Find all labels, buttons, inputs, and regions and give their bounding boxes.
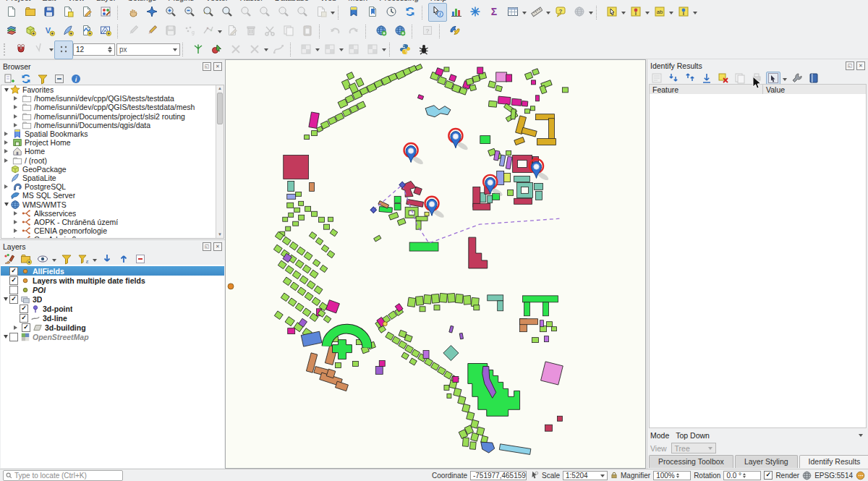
pan-map-button[interactable] <box>124 3 142 22</box>
layer-visibility-checkbox[interactable]: ✓ <box>9 276 18 285</box>
layer-item[interactable]: OpenStreetMap <box>1 332 224 341</box>
mesh-edit-button[interactable] <box>320 41 339 59</box>
layer-item[interactable]: ✓ 3d-building <box>1 323 224 332</box>
open-project-button[interactable] <box>21 3 40 22</box>
float-panel-icon[interactable]: ◱ <box>203 62 211 71</box>
browser-item[interactable]: Home <box>1 147 224 156</box>
browser-item[interactable]: Favorites <box>1 85 224 94</box>
manage-plugins-button[interactable] <box>446 22 464 41</box>
pan-to-selection-button[interactable] <box>142 3 161 22</box>
mesh-calculator-button[interactable] <box>297 41 315 59</box>
current-edits-button[interactable] <box>124 22 142 41</box>
menu-database[interactable]: Database <box>275 0 309 2</box>
lock-scale-icon[interactable] <box>610 471 618 480</box>
snapping-tolerance-spinbox[interactable]: 12 <box>73 43 115 56</box>
map-canvas[interactable] <box>225 59 646 469</box>
save-project-button[interactable] <box>40 3 59 22</box>
delete-selected-button[interactable] <box>242 22 260 41</box>
spin-arrows-icon[interactable] <box>743 472 746 480</box>
crs-status[interactable]: EPSG:5514 <box>814 472 853 480</box>
scale-combobox[interactable]: 1:5204 <box>563 471 608 480</box>
new-project-button[interactable] <box>2 3 21 22</box>
layer-visibility-checkbox[interactable] <box>9 286 18 294</box>
layer-visibility-checkbox[interactable] <box>9 333 18 341</box>
cut-features-button[interactable] <box>260 22 279 41</box>
python-console-button[interactable] <box>396 41 414 59</box>
tab-identify-results[interactable]: Identify Results <box>799 455 868 468</box>
float-panel-icon[interactable]: ◱ <box>846 61 854 70</box>
show-spatial-bookmarks-button[interactable] <box>363 3 382 22</box>
snapping-options-button[interactable] <box>30 41 49 59</box>
label-text-dropdown[interactable] <box>668 4 674 21</box>
menu-project[interactable]: Project <box>6 0 30 2</box>
stream-digitizing-button[interactable] <box>269 41 288 59</box>
add-wcs-layer-button[interactable] <box>391 22 409 41</box>
menu-view[interactable]: View <box>67 0 85 2</box>
spin-arrows-icon[interactable] <box>676 472 679 480</box>
paste-features-button[interactable] <box>298 22 317 41</box>
show-statistics-button[interactable]: Σ <box>485 3 503 22</box>
browser-item[interactable]: / (root) <box>1 156 224 165</box>
float-panel-icon[interactable]: ◱ <box>203 242 211 251</box>
browser-item[interactable]: SpatiaLite <box>1 174 224 182</box>
annotations-button[interactable] <box>570 3 589 22</box>
tab-processing-toolbox[interactable]: Processing Toolbox <box>649 455 733 468</box>
menu-layer[interactable]: Layer <box>96 0 116 2</box>
layer-item[interactable]: ✓ AllFields <box>1 266 224 276</box>
disable-tool-2-button[interactable] <box>245 41 264 59</box>
browser-scrollbar[interactable]: ▲ ▼ <box>216 85 224 238</box>
browser-item[interactable]: /home/isunni/Documents/qgis/data <box>1 121 224 129</box>
label-highlight-dropdown[interactable] <box>620 4 626 21</box>
browser-item[interactable]: Alksservices <box>1 209 224 218</box>
rotation-spinbox[interactable]: 0.0 ° <box>723 471 761 480</box>
zoom-out-button[interactable] <box>180 3 199 22</box>
modify-attributes-button[interactable] <box>223 22 242 41</box>
toolbar-grip[interactable] <box>4 43 9 56</box>
browser-item[interactable]: PostgreSQL <box>1 182 224 191</box>
menu-processing[interactable]: Processing <box>379 0 418 2</box>
scroll-up-icon[interactable]: ▲ <box>216 85 224 92</box>
close-panel-icon[interactable]: ✕ <box>213 242 222 251</box>
label-pin-button[interactable] <box>626 3 645 22</box>
refresh-map-button[interactable] <box>401 3 420 22</box>
menu-web[interactable]: Web <box>320 0 336 2</box>
digitize-with-segment-button[interactable]: g <box>180 22 199 41</box>
magnifier-spinbox[interactable]: 100% <box>653 471 691 480</box>
style-manager-button[interactable] <box>96 3 115 22</box>
zoom-to-selection-button[interactable] <box>237 3 255 22</box>
layer-item[interactable]: POI <box>1 285 224 294</box>
add-wms-layer-button[interactable] <box>372 22 391 41</box>
mouse-position-icon[interactable] <box>529 471 539 480</box>
mode-combobox[interactable]: Top Down <box>673 430 865 441</box>
browser-item[interactable]: GeoAdmin 0 <box>1 235 224 239</box>
copy-features-button[interactable] <box>279 22 298 41</box>
menu-settings[interactable]: Settings <box>127 0 156 2</box>
zoom-to-layer-button[interactable] <box>255 3 274 22</box>
browser-item[interactable]: Spatial Bookmarks <box>1 129 224 138</box>
browser-item[interactable]: Project Home <box>1 138 224 147</box>
layer-visibility-checkbox[interactable]: ✓ <box>9 267 18 276</box>
layer-visibility-checkbox[interactable]: ✓ <box>9 295 18 304</box>
menu-edit[interactable]: Edit <box>42 0 56 2</box>
new-print-layout-button[interactable] <box>59 3 77 22</box>
toggle-editing-button[interactable] <box>142 22 161 41</box>
measure-dropdown[interactable] <box>545 4 551 21</box>
processing-toolbox-button[interactable] <box>466 3 485 22</box>
zoom-native-button[interactable] <box>218 3 237 22</box>
browser-item[interactable]: WMS/WMTS <box>1 200 224 208</box>
browser-item[interactable]: /home/isunni/dev/cpp/QGIS/tests/testdata <box>1 94 224 103</box>
snapping-units-combobox[interactable]: px <box>116 43 180 56</box>
browser-item[interactable]: /home/isunni/Documents/project/slsi2 rou… <box>1 112 224 121</box>
layer-visibility-checkbox[interactable]: ✓ <box>20 314 28 323</box>
locator-search-input[interactable]: Type to locate (Ctrl+K) <box>3 470 123 481</box>
layer-visibility-checkbox[interactable]: ✓ <box>20 305 28 313</box>
mesh-options-button[interactable] <box>363 41 382 59</box>
statistical-summary-button[interactable] <box>447 3 466 22</box>
close-panel-icon[interactable]: ✕ <box>856 61 865 70</box>
open-attribute-table-dropdown[interactable] <box>521 4 527 21</box>
tracing-button[interactable] <box>189 41 208 59</box>
temporal-controller-button[interactable] <box>382 3 401 22</box>
menu-raster[interactable]: Raster <box>239 0 263 2</box>
identify-results-content[interactable] <box>649 94 867 428</box>
mesh-transform-button[interactable] <box>344 41 363 59</box>
